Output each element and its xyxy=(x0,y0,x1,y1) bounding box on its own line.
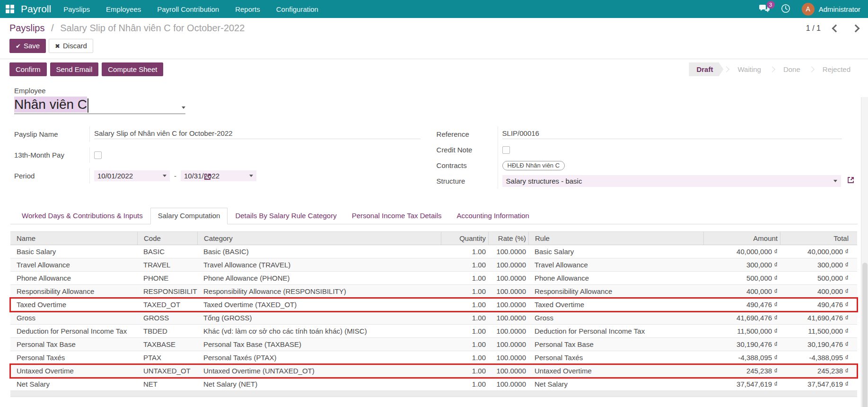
cell-name: Deduction for Personal Income Tax xyxy=(10,325,137,337)
cell-rule: Basic Salary xyxy=(528,245,703,258)
tab-personal-income-tax-details[interactable]: Personal Income Tax Details xyxy=(344,208,449,224)
cell-quantity: 1.00 xyxy=(441,272,488,284)
breadcrumb-current: Salary Slip of Nhân viên C for October-2… xyxy=(60,23,245,33)
cell-rule: Responsibility Allowance xyxy=(528,285,703,298)
cell-rule: Phone Allowance xyxy=(528,272,703,284)
cell-code: PHONE xyxy=(137,272,197,284)
table-row-gross[interactable]: GrossGROSSTổng (GROSS)1.00100.0000Gross4… xyxy=(10,311,857,325)
13th-month-pay-checkbox[interactable] xyxy=(94,151,102,159)
structure-external-link-icon[interactable] xyxy=(847,176,855,184)
column-header-category[interactable]: Category xyxy=(197,232,441,245)
nav-item-configuration[interactable]: Configuration xyxy=(276,5,318,13)
cell-category: Phone Allowance (PHONE) xyxy=(197,272,441,284)
period-label: Period xyxy=(14,172,35,180)
check-icon: ✔ xyxy=(16,43,21,50)
compute-sheet-button[interactable]: Compute Sheet xyxy=(102,62,163,76)
column-header-name[interactable]: Name xyxy=(10,232,137,245)
discard-button[interactable]: ✖Discard xyxy=(49,39,93,53)
cell-amount: -4,388,095 ₫ xyxy=(703,351,780,364)
table-row-taxbase[interactable]: Personal Tax BaseTAXBASEPersonal Tax Bas… xyxy=(10,338,857,351)
cell-category: Personal Tax Base (TAXBASE) xyxy=(197,338,441,351)
table-row-basic[interactable]: Basic SalaryBASICBasic (BASIC)1.00100.00… xyxy=(10,245,857,258)
reference-label: Reference xyxy=(437,130,469,138)
tab-accounting-information[interactable]: Accounting Information xyxy=(449,208,537,224)
table-body: Basic SalaryBASICBasic (BASIC)1.00100.00… xyxy=(10,245,857,391)
table-row-taxed_ot[interactable]: Taxed OvertimeTAXED_OTTaxed Overtime (TA… xyxy=(10,298,857,311)
column-header-quantity[interactable]: Quantity xyxy=(441,232,488,245)
credit-note-label: Credit Note xyxy=(437,146,473,154)
cell-name: Net Salary xyxy=(10,378,137,390)
cell-total: -4,388,095 ₫ xyxy=(780,351,851,364)
table-row-travel[interactable]: Travel AllowanceTRAVELTravel Allowance (… xyxy=(10,258,857,272)
stage-rejected[interactable]: Rejected xyxy=(815,62,859,76)
table-row-responsibility[interactable]: Responsibility AllowanceRESPONSIBILITYRe… xyxy=(10,285,857,298)
reference-input[interactable]: SLIP/00016 xyxy=(502,129,842,139)
table-row-phone[interactable]: Phone AllowancePHONEPhone Allowance (PHO… xyxy=(10,272,857,285)
stage-done[interactable]: Done xyxy=(775,62,808,76)
contract-tag[interactable]: HĐLĐ Nhân viên C xyxy=(502,161,565,170)
cell-amount: 245,238 ₫ xyxy=(703,364,780,377)
tab-worked-days-contributions-inputs[interactable]: Worked Days & Contributions & Inputs xyxy=(14,208,150,224)
cell-code: UNTAXED_OT xyxy=(137,364,197,377)
period-from-input[interactable]: 10/01/2022 xyxy=(94,170,170,181)
cell-rate: 100.0000 xyxy=(488,378,528,390)
table-row-net[interactable]: Net SalaryNETNet Salary (NET)1.00100.000… xyxy=(10,378,857,391)
messages-button[interactable]: 3 xyxy=(759,4,770,14)
cell-category: Net Salary (NET) xyxy=(197,378,441,390)
cell-amount: 400,000 ₫ xyxy=(703,285,780,298)
user-name: Administrator xyxy=(819,5,860,13)
breadcrumb-parent-link[interactable]: Payslips xyxy=(9,23,44,33)
column-header-total[interactable]: Total xyxy=(780,232,851,245)
nav-item-payroll-contribution[interactable]: Payroll Contribution xyxy=(157,5,219,13)
nav-item-payslips[interactable]: Payslips xyxy=(63,5,90,13)
user-menu[interactable]: A Administrator xyxy=(802,3,860,16)
main-menu: PayslipsEmployeesPayroll ContributionRep… xyxy=(63,5,318,13)
activities-button[interactable] xyxy=(781,4,790,15)
tab-salary-computation[interactable]: Salary Computation xyxy=(150,208,228,224)
breadcrumb-separator: / xyxy=(51,23,54,33)
save-button[interactable]: ✔Save xyxy=(9,39,46,53)
confirm-button[interactable]: Confirm xyxy=(9,62,47,76)
app-title[interactable]: Payroll xyxy=(21,3,51,15)
column-header-rule[interactable]: Rule xyxy=(528,232,703,245)
text-cursor xyxy=(88,98,88,113)
top-navbar: Payroll PayslipsEmployeesPayroll Contrib… xyxy=(0,0,868,18)
pager-next-icon[interactable] xyxy=(852,24,860,32)
column-header-amount[interactable]: Amount xyxy=(703,232,780,245)
table-row-untaxed_ot[interactable]: Untaxed OvertimeUNTAXED_OTUntaxed Overti… xyxy=(10,364,857,378)
stage-draft[interactable]: Draft xyxy=(689,62,723,76)
chevron-down-icon xyxy=(163,175,167,177)
employee-external-link-icon[interactable] xyxy=(203,173,211,181)
vertical-scrollbar[interactable] xyxy=(861,97,868,407)
credit-note-checkbox[interactable] xyxy=(502,146,510,154)
payslip-name-input[interactable]: Salary Slip of Nhân viên C for October-2… xyxy=(94,129,421,139)
cell-code: RESPONSIBILITY xyxy=(137,285,197,298)
cell-quantity: 1.00 xyxy=(441,325,488,337)
pager-previous-icon[interactable] xyxy=(832,24,840,32)
employee-input[interactable]: Nhân viên C xyxy=(14,97,185,114)
column-header-code[interactable]: Code xyxy=(137,232,197,245)
contracts-label: Contracts xyxy=(437,161,467,169)
cross-icon: ✖ xyxy=(55,43,60,50)
table-row-tbded[interactable]: Deduction for Personal Income TaxTBDEDKh… xyxy=(10,325,857,338)
stage-waiting[interactable]: Waiting xyxy=(729,62,769,76)
nav-item-employees[interactable]: Employees xyxy=(106,5,141,13)
cell-rate: 100.0000 xyxy=(488,364,528,377)
cell-rate: 100.0000 xyxy=(488,272,528,284)
scrollbar-thumb[interactable] xyxy=(862,263,868,407)
structure-input[interactable]: Salary structures - basic xyxy=(502,175,841,187)
tab-details-by-salary-rule-category[interactable]: Details By Salary Rule Category xyxy=(228,208,344,224)
chevron-down-icon xyxy=(182,106,185,109)
cell-quantity: 1.00 xyxy=(441,311,488,324)
cell-rule: Net Salary xyxy=(528,378,703,390)
stage-separator-icon xyxy=(808,66,815,72)
cell-rate: 100.0000 xyxy=(488,245,528,258)
nav-item-reports[interactable]: Reports xyxy=(235,5,260,13)
apps-menu-icon[interactable] xyxy=(6,5,14,13)
table-row-ptax[interactable]: Personal TaxésPTAXPersonal Taxés (PTAX)1… xyxy=(10,351,857,364)
cell-quantity: 1.00 xyxy=(441,245,488,258)
cell-rule: Personal Taxés xyxy=(528,351,703,364)
send-email-button[interactable]: Send Email xyxy=(50,62,99,76)
column-header-rate-[interactable]: Rate (%) xyxy=(488,232,528,245)
period-to-input[interactable]: 10/31/2022 xyxy=(181,170,256,181)
